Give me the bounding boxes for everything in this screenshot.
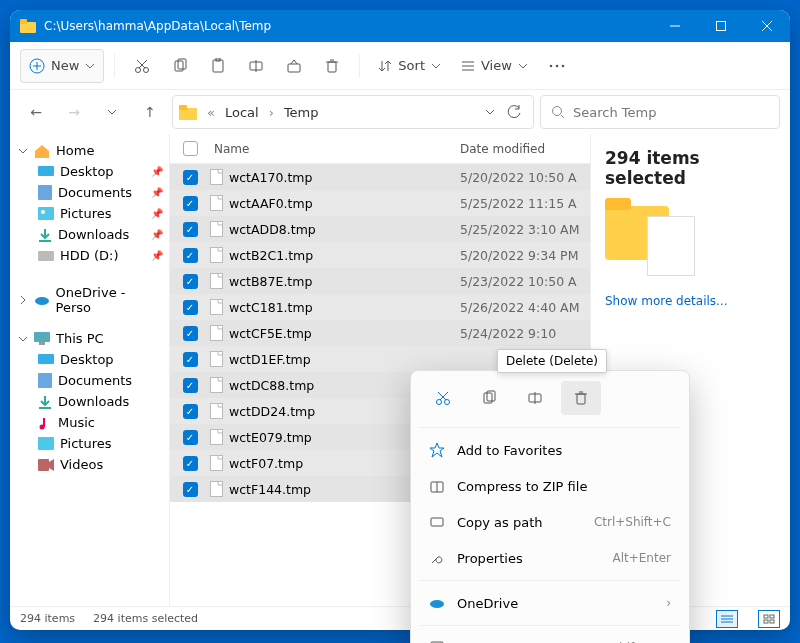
recent-button[interactable] (96, 96, 128, 128)
ctx-cut-button[interactable] (423, 381, 463, 415)
row-checkbox[interactable]: ✓ (183, 352, 198, 367)
maximize-button[interactable] (698, 10, 744, 42)
ctx-delete-button[interactable] (561, 381, 601, 415)
file-row[interactable]: ✓wctB87E.tmp5/23/2022 10:50 A (170, 268, 590, 294)
ctx-compress[interactable]: Compress to ZIP file (419, 468, 681, 504)
select-all-checkbox[interactable] (183, 141, 198, 156)
sidebar-item-documents[interactable]: Documents📌 (10, 182, 169, 203)
svg-rect-52 (38, 437, 54, 450)
column-header-row[interactable]: Name Date modified (170, 134, 590, 164)
new-button[interactable]: New (20, 49, 104, 83)
details-view-button[interactable] (716, 610, 738, 628)
paste-button[interactable] (201, 49, 235, 83)
chevron-down-icon[interactable] (485, 109, 495, 115)
copy-button[interactable] (163, 49, 197, 83)
file-icon (210, 429, 223, 445)
svg-point-43 (35, 297, 49, 305)
cut-button[interactable] (125, 49, 159, 83)
row-checkbox[interactable]: ✓ (183, 404, 198, 419)
svg-point-33 (553, 107, 562, 116)
more-button[interactable] (540, 49, 574, 83)
sidebar-item-documents2[interactable]: Documents (10, 370, 169, 391)
svg-rect-32 (179, 105, 187, 110)
file-name: wctDC88.tmp (229, 378, 314, 393)
file-icon (210, 403, 223, 419)
file-date: 5/20/2022 10:50 A (460, 170, 590, 185)
sidebar-item-videos[interactable]: Videos (10, 454, 169, 475)
close-button[interactable] (744, 10, 790, 42)
svg-point-30 (562, 64, 565, 67)
column-name[interactable]: Name (210, 142, 460, 156)
sidebar-item-thispc[interactable]: This PC (10, 328, 169, 349)
column-date[interactable]: Date modified (460, 142, 590, 156)
refresh-button[interactable] (501, 96, 527, 128)
icons-view-button[interactable] (758, 610, 780, 628)
forward-button[interactable]: → (58, 96, 90, 128)
sidebar-item-home[interactable]: Home (10, 140, 169, 161)
file-row[interactable]: ✓wctCF5E.tmp5/24/2022 9:10 (170, 320, 590, 346)
file-icon (210, 377, 223, 393)
svg-point-90 (430, 600, 444, 608)
file-icon (210, 195, 223, 211)
sort-button[interactable]: Sort (370, 49, 449, 83)
search-icon (551, 105, 565, 119)
row-checkbox[interactable]: ✓ (183, 196, 198, 211)
up-button[interactable]: ↑ (134, 96, 166, 128)
ctx-favorites[interactable]: Add to Favorites (419, 432, 681, 468)
sidebar-item-desktop2[interactable]: Desktop (10, 349, 169, 370)
row-checkbox[interactable]: ✓ (183, 482, 198, 497)
sidebar-item-hdd[interactable]: HDD (D:)📌 (10, 245, 169, 266)
address-bar[interactable]: « Local › Temp (172, 95, 534, 129)
file-row[interactable]: ✓wctAAF0.tmp5/25/2022 11:15 A (170, 190, 590, 216)
row-checkbox[interactable]: ✓ (183, 456, 198, 471)
file-row[interactable]: ✓wctADD8.tmp5/25/2022 3:10 AM (170, 216, 590, 242)
breadcrumb-segment[interactable]: Local (225, 105, 259, 120)
svg-rect-72 (770, 615, 774, 618)
trash-icon (324, 58, 340, 74)
file-icon (210, 169, 223, 185)
file-name: wctB2C1.tmp (229, 248, 313, 263)
search-input[interactable]: Search Temp (540, 95, 780, 129)
view-button[interactable]: View (453, 49, 536, 83)
titlebar[interactable]: C:\Users\hamma\AppData\Local\Temp (10, 10, 790, 42)
ctx-onedrive[interactable]: OneDrive› (419, 585, 681, 621)
row-checkbox[interactable]: ✓ (183, 248, 198, 263)
share-button[interactable] (277, 49, 311, 83)
folder-icon (179, 105, 197, 120)
delete-button[interactable] (315, 49, 349, 83)
file-row[interactable]: ✓wctB2C1.tmp5/20/2022 9:34 PM (170, 242, 590, 268)
sidebar-item-music[interactable]: Music (10, 412, 169, 433)
row-checkbox[interactable]: ✓ (183, 222, 198, 237)
breadcrumb-segment[interactable]: Temp (284, 105, 319, 120)
back-button[interactable]: ← (20, 96, 52, 128)
row-checkbox[interactable]: ✓ (183, 430, 198, 445)
row-checkbox[interactable]: ✓ (183, 170, 198, 185)
sidebar-item-downloads2[interactable]: Downloads (10, 391, 169, 412)
file-name: wctAAF0.tmp (229, 196, 313, 211)
show-more-link[interactable]: Show more details... (605, 294, 776, 308)
svg-line-77 (440, 392, 448, 400)
row-checkbox[interactable]: ✓ (183, 378, 198, 393)
row-checkbox[interactable]: ✓ (183, 274, 198, 289)
ctx-copy-path[interactable]: Copy as pathCtrl+Shift+C (419, 504, 681, 540)
file-row[interactable]: ✓wctC181.tmp5/26/2022 4:40 AM (170, 294, 590, 320)
delete-tooltip: Delete (Delete) (497, 349, 607, 373)
sidebar-item-pictures2[interactable]: Pictures (10, 433, 169, 454)
ctx-rename-button[interactable] (515, 381, 555, 415)
ctx-more-options[interactable]: Show more optionsShift+F10 (419, 630, 681, 643)
sidebar-item-downloads[interactable]: Downloads📌 (10, 224, 169, 245)
sidebar-item-onedrive[interactable]: OneDrive - Perso (10, 282, 169, 318)
path-icon (429, 514, 445, 530)
svg-point-75 (437, 400, 442, 405)
chevron-down-icon (85, 63, 95, 69)
file-row[interactable]: ✓wctA170.tmp5/20/2022 10:50 A (170, 164, 590, 190)
ctx-copy-button[interactable] (469, 381, 509, 415)
row-checkbox[interactable]: ✓ (183, 326, 198, 341)
sidebar-item-pictures[interactable]: Pictures📌 (10, 203, 169, 224)
rename-button[interactable] (239, 49, 273, 83)
sidebar-item-desktop[interactable]: Desktop📌 (10, 161, 169, 182)
ctx-properties[interactable]: PropertiesAlt+Enter (419, 540, 681, 576)
row-checkbox[interactable]: ✓ (183, 300, 198, 315)
file-icon (210, 221, 223, 237)
minimize-button[interactable] (652, 10, 698, 42)
